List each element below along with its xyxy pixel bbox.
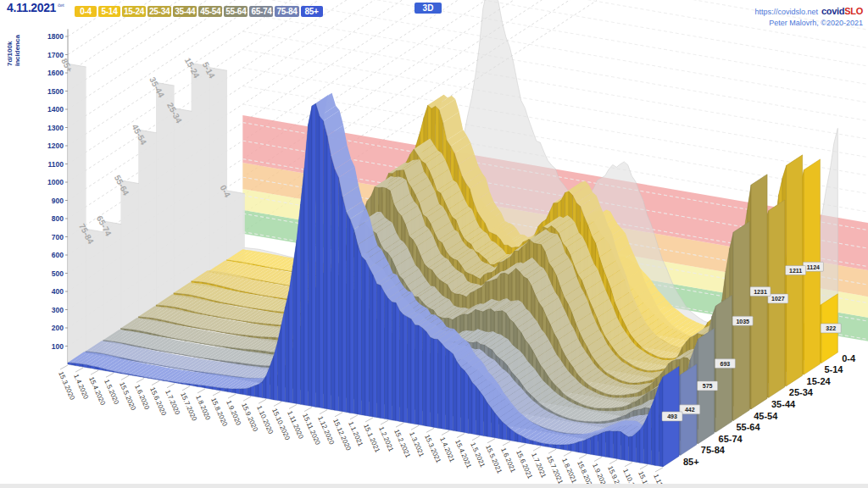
svg-text:700: 700 — [52, 233, 64, 241]
svg-text:1100: 1100 — [48, 160, 64, 169]
svg-text:1500: 1500 — [47, 87, 64, 96]
svg-text:900: 900 — [52, 197, 64, 205]
ghost-bar-65-74 — [103, 221, 122, 345]
age-button-45-54[interactable]: 45-54 — [198, 6, 222, 17]
age-button-75-84[interactable]: 75-84 — [275, 6, 298, 17]
svg-text:600: 600 — [52, 251, 64, 259]
svg-text:575: 575 — [703, 383, 713, 389]
age-button-85plus[interactable]: 85+ — [301, 6, 323, 17]
svg-text:322: 322 — [826, 325, 836, 331]
age-button-0-4[interactable]: 0-4 — [75, 6, 97, 17]
svg-text:1000: 1000 — [47, 178, 64, 186]
svg-text:800: 800 — [52, 214, 64, 223]
svg-text:1200: 1200 — [47, 141, 64, 150]
age-button-55-64[interactable]: 55-64 — [224, 6, 248, 17]
svg-text:693: 693 — [721, 361, 731, 367]
credits: https://covidslo.netcovidSLO Peter Malov… — [755, 2, 864, 28]
age-label-85+: 85+ — [683, 457, 699, 467]
svg-text:442: 442 — [685, 407, 695, 413]
age-button-25-34[interactable]: 25-34 — [147, 6, 171, 17]
ghost-bar-55-64 — [120, 180, 139, 333]
svg-text:100: 100 — [52, 342, 64, 351]
ghost-bar-45-54 — [138, 130, 157, 321]
ghost-bar-75-84 — [86, 229, 104, 356]
age-filter-buttons: 0-45-1415-2425-3435-4445-5455-6465-7475-… — [75, 3, 325, 18]
age-label-5-14: 5-14 — [824, 364, 843, 374]
site-link[interactable]: https://covidslo.net — [755, 8, 819, 16]
svg-text:1400: 1400 — [47, 105, 64, 114]
age-button-65-74[interactable]: 65-74 — [249, 6, 273, 17]
age-button-15-24[interactable]: 15-24 — [122, 6, 146, 17]
age-label-15-24: 15-24 — [807, 376, 832, 386]
svg-text:400: 400 — [52, 287, 64, 296]
svg-text:493: 493 — [667, 413, 677, 419]
ghost-bar-25-34 — [174, 108, 192, 299]
svg-text:1600: 1600 — [47, 69, 64, 77]
bottom-strip — [0, 484, 868, 488]
age-label-0-4: 0-4 — [842, 353, 856, 363]
view-3d-button[interactable]: 3D — [415, 3, 442, 14]
incidence-3d-ridge-chart[interactable]: 1002003004005006007008009001000110012001… — [0, 0, 868, 488]
y-axis: 1002003004005006007008009001000110012001… — [6, 29, 68, 364]
age-label-35-44: 35-44 — [771, 399, 796, 409]
author-line: Peter Malovrh, ©2020-2021 — [755, 19, 864, 28]
svg-text:500: 500 — [52, 269, 64, 278]
toolbar: 4.11.2021čet 0-45-1415-2425-3435-4445-54… — [0, 0, 868, 20]
brand-slo: SLO — [844, 6, 863, 16]
current-date-value: 4.11.2021 — [7, 1, 56, 14]
age-button-35-44[interactable]: 35-44 — [173, 6, 197, 17]
current-weekday: čet — [58, 3, 64, 8]
svg-text:1800: 1800 — [47, 32, 64, 41]
ghost-bar-85+ — [68, 64, 86, 367]
current-date: 4.11.2021čet — [7, 1, 64, 14]
svg-text:300: 300 — [52, 306, 64, 314]
svg-text:1700: 1700 — [47, 51, 64, 59]
age-label-25-34: 25-34 — [789, 387, 814, 397]
svg-text:1211: 1211 — [789, 268, 802, 274]
age-label-75-84: 75-84 — [701, 445, 726, 455]
svg-text:7d/100k: 7d/100k — [6, 41, 14, 66]
svg-text:200: 200 — [52, 324, 64, 332]
ghost-bar-5-14 — [209, 68, 227, 275]
svg-text:1035: 1035 — [736, 319, 749, 324]
svg-text:1124: 1124 — [807, 264, 820, 270]
svg-text:1231: 1231 — [754, 289, 767, 295]
age-button-5-14[interactable]: 5-14 — [98, 6, 120, 17]
age-label-55-64: 55-64 — [736, 422, 760, 432]
svg-text:1027: 1027 — [771, 296, 785, 302]
svg-text:incidenca: incidenca — [14, 35, 21, 66]
age-label-45-54: 45-54 — [754, 411, 778, 421]
covidslo-app: 1002003004005006007008009001000110012001… — [0, 0, 868, 488]
brand-covid: covid — [821, 6, 844, 16]
svg-text:1300: 1300 — [47, 124, 64, 132]
age-label-65-74: 65-74 — [719, 434, 743, 444]
ghost-bar-15-24 — [192, 63, 210, 286]
